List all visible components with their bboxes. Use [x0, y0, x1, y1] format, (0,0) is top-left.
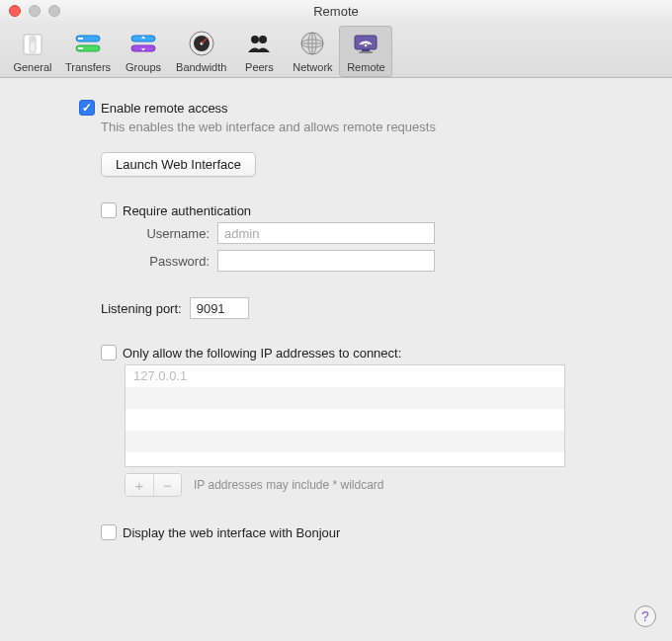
listening-port-label: Listening port: [101, 301, 190, 316]
username-field[interactable] [217, 222, 435, 244]
tab-label: General [13, 61, 51, 73]
tab-label: Groups [126, 61, 161, 73]
listening-port-field[interactable] [190, 297, 249, 319]
preferences-toolbar: General Transfers Groups [0, 22, 672, 78]
ip-list-item [126, 387, 564, 409]
username-label: Username: [123, 226, 217, 241]
svg-rect-2 [30, 37, 36, 42]
tab-network[interactable]: Network [286, 26, 339, 77]
require-auth-label: Require authentication [123, 203, 251, 218]
groups-icon [127, 28, 159, 59]
password-field[interactable] [217, 250, 435, 272]
svg-point-14 [259, 36, 267, 43]
tab-peers[interactable]: Peers [232, 26, 286, 77]
minus-icon: − [163, 477, 172, 494]
svg-rect-22 [359, 51, 373, 53]
svg-point-23 [365, 44, 368, 47]
tab-groups[interactable]: Groups [117, 26, 170, 77]
require-auth-checkbox[interactable] [101, 202, 117, 218]
titlebar: Remote [0, 0, 672, 22]
enable-remote-checkbox[interactable] [79, 100, 95, 116]
zoom-window-button[interactable] [48, 5, 60, 17]
window-controls [0, 5, 60, 17]
launch-web-interface-button[interactable]: Launch Web Interface [101, 152, 256, 177]
minimize-window-button[interactable] [29, 5, 41, 17]
add-ip-button[interactable]: + [126, 474, 153, 496]
ip-whitelist-table[interactable]: 127.0.0.1 [125, 364, 565, 467]
tab-transfers[interactable]: Transfers [59, 26, 117, 77]
tab-remote[interactable]: Remote [339, 26, 392, 77]
ip-whitelist-label: Only allow the following IP addresses to… [123, 346, 401, 361]
plus-icon: + [135, 477, 144, 494]
remove-ip-button[interactable]: − [153, 474, 181, 496]
enable-remote-label: Enable remote access [101, 101, 228, 116]
tab-general[interactable]: General [6, 26, 59, 77]
bonjour-checkbox[interactable] [101, 524, 117, 540]
globe-icon [296, 28, 328, 59]
people-icon [243, 28, 275, 59]
tab-bandwidth[interactable]: Bandwidth [170, 26, 232, 77]
window-title: Remote [0, 4, 672, 19]
remote-pane: Enable remote access This enables the we… [0, 78, 672, 564]
close-window-button[interactable] [9, 5, 21, 17]
svg-rect-21 [362, 49, 370, 51]
help-button[interactable]: ? [634, 605, 656, 627]
switch-icon [17, 28, 48, 59]
tab-label: Network [293, 61, 332, 73]
enable-remote-description: This enables the web interface and allow… [101, 120, 652, 134]
ip-list-controls: + − [125, 473, 182, 497]
tab-label: Remote [347, 61, 385, 73]
enable-remote-row: Enable remote access [79, 100, 652, 116]
tab-label: Bandwidth [176, 61, 226, 73]
svg-rect-5 [78, 38, 83, 40]
transfers-icon [72, 28, 104, 59]
password-label: Password: [123, 254, 217, 269]
ip-whitelist-checkbox[interactable] [101, 345, 117, 361]
tab-label: Transfers [65, 61, 111, 73]
help-icon: ? [641, 608, 649, 624]
svg-rect-6 [78, 47, 83, 49]
gauge-icon [186, 28, 217, 59]
svg-point-13 [251, 36, 259, 43]
ip-list-item [126, 409, 564, 431]
ip-list-item[interactable]: 127.0.0.1 [126, 365, 564, 387]
tab-label: Peers [245, 61, 274, 73]
bonjour-label: Display the web interface with Bonjour [123, 525, 340, 540]
ip-list-item [126, 431, 564, 452]
ip-wildcard-hint: IP addresses may include * wildcard [194, 478, 384, 492]
remote-icon [350, 28, 381, 59]
